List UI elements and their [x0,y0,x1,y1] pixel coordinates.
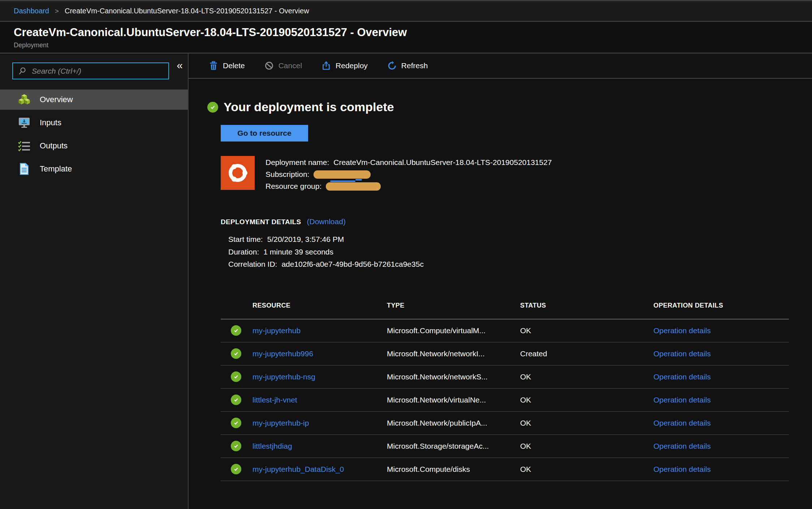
resource-status: OK [520,373,653,381]
delete-button[interactable]: Delete [209,61,245,70]
operation-details-link[interactable]: Operation details [653,373,789,381]
body-row: « [0,53,812,509]
deployment-info-block: Deployment name:CreateVm-Canonical.Ubunt… [221,156,812,192]
correlation-id-label: Correlation ID: [228,260,277,268]
operation-details-link[interactable]: Operation details [653,442,789,451]
sidebar-item-label: Template [40,164,72,174]
table-row: littlestjhdiag Microsoft.Storage/storage… [221,435,789,458]
page-subtitle: Deployment [14,42,812,49]
deployment-name-label: Deployment name: [265,158,329,166]
column-header-status: STATUS [520,302,653,309]
sidebar-item-inputs[interactable]: Inputs [0,113,188,133]
subscription-redacted-value [314,170,371,179]
table-row: my-jupyterhub-nsg Microsoft.Network/netw… [221,366,789,389]
toolbar: Delete Cancel [189,53,812,79]
operation-details-link[interactable]: Operation details [653,419,789,427]
cubes-icon [17,93,31,106]
ubuntu-logo [221,156,255,190]
search-input[interactable] [32,67,168,75]
start-time-label: Start time: [228,235,263,243]
resource-group-label: Resource group: [265,182,321,190]
go-to-resource-button[interactable]: Go to resource [221,125,308,142]
resource-status: OK [520,419,653,427]
resource-type: Microsoft.Storage/storageAc... [387,442,520,451]
refresh-button-label: Refresh [401,61,428,70]
cancel-button-label: Cancel [278,61,302,70]
page-header: CreateVm-Canonical.UbuntuServer-18.04-LT… [0,22,812,53]
redeploy-button-label: Redeploy [336,61,368,70]
resource-link[interactable]: littlest-jh-vnet [252,396,387,404]
page-title: CreateVm-Canonical.UbuntuServer-18.04-LT… [14,26,812,39]
operation-details-link[interactable]: Operation details [653,465,789,474]
resource-link[interactable]: my-jupyterhub-nsg [252,373,387,381]
duration-line: Duration:1 minute 39 seconds [228,246,812,258]
status-check-icon [231,464,241,474]
sidebar-menu: Overview Inputs [0,90,188,179]
breadcrumb: Dashboard > CreateVm-Canonical.UbuntuSer… [0,0,812,22]
resource-type: Microsoft.Network/publicIpA... [387,419,520,427]
resource-status: OK [520,465,653,474]
sidebar-item-label: Outputs [40,141,68,151]
table-row: my-jupyterhub996 Microsoft.Network/netwo… [221,343,789,366]
deployment-info-lines: Deployment name:CreateVm-Canonical.Ubunt… [265,156,552,192]
monitor-download-icon [17,117,31,129]
table-row: my-jupyterhub Microsoft.Compute/virtualM… [221,319,789,343]
status-check-icon [231,371,241,382]
resource-link[interactable]: my-jupyterhub-ip [252,419,387,427]
success-check-icon [207,102,218,113]
breadcrumb-dashboard-link[interactable]: Dashboard [14,7,49,15]
sidebar: « [0,53,189,509]
subscription-label: Subscription: [265,170,309,178]
status-check-icon [231,348,241,359]
breadcrumb-chevron-icon: > [55,7,59,15]
start-time-line: Start time:5/20/2019, 3:57:46 PM [228,233,812,246]
table-row: my-jupyterhub_DataDisk_0 Microsoft.Compu… [221,458,789,481]
deployment-status-row: Your deployment is complete [207,100,812,114]
column-header-resource: RESOURCE [252,302,387,309]
document-icon [17,163,31,175]
column-header-operation-details: OPERATION DETAILS [653,302,789,309]
resource-group-redacted-value [326,182,381,191]
search-icon [18,67,27,75]
redeploy-icon [321,61,331,70]
duration-label: Duration: [228,248,259,256]
sidebar-item-overview[interactable]: Overview [0,90,188,110]
deployment-name-value: CreateVm-Canonical.UbuntuServer-18.04-LT… [333,158,552,166]
resource-type: Microsoft.Network/virtualNe... [387,396,520,404]
sidebar-item-template[interactable]: Template [0,159,188,179]
download-link[interactable]: (Download) [307,217,346,226]
resource-type: Microsoft.Compute/virtualM... [387,326,520,335]
refresh-button[interactable]: Refresh [387,61,428,70]
cancel-button[interactable]: Cancel [264,61,302,70]
sidebar-item-label: Overview [40,95,73,104]
deployment-details-heading: DEPLOYMENT DETAILS [221,218,301,226]
resource-link[interactable]: my-jupyterhub [252,326,387,335]
resource-link[interactable]: my-jupyterhub996 [252,349,387,358]
checklist-icon [17,140,31,151]
status-check-icon [231,418,241,428]
sidebar-collapse-button[interactable]: « [177,60,183,71]
sidebar-item-outputs[interactable]: Outputs [0,136,188,156]
deployment-details-header-row: DEPLOYMENT DETAILS (Download) [221,217,812,226]
search-box[interactable] [12,62,169,79]
deployment-resources-table: RESOURCE TYPE STATUS OPERATION DETAILS m… [221,296,789,481]
resource-link[interactable]: my-jupyterhub_DataDisk_0 [252,465,387,474]
resource-type: Microsoft.Compute/disks [387,465,520,474]
status-check-icon [231,325,241,336]
azure-portal-screen: Dashboard > CreateVm-Canonical.UbuntuSer… [0,0,812,509]
subscription-line: Subscription: [265,168,552,180]
operation-details-link[interactable]: Operation details [653,349,789,358]
table-header-row: RESOURCE TYPE STATUS OPERATION DETAILS [221,296,789,319]
resource-link[interactable]: littlestjhdiag [252,442,387,451]
resource-status: OK [520,442,653,451]
deployment-name-line: Deployment name:CreateVm-Canonical.Ubunt… [265,156,552,168]
deployment-status-heading: Your deployment is complete [224,100,394,114]
column-header-type: TYPE [387,302,520,309]
resource-type: Microsoft.Network/networkS... [387,373,520,381]
correlation-id-value: ade102f6-a0e7-49bd-9d56-b7261ca9e35c [281,260,424,268]
operation-details-link[interactable]: Operation details [653,396,789,404]
redeploy-button[interactable]: Redeploy [321,61,368,70]
status-check-icon [231,395,241,405]
operation-details-link[interactable]: Operation details [653,326,789,335]
resource-status: Created [520,349,653,358]
